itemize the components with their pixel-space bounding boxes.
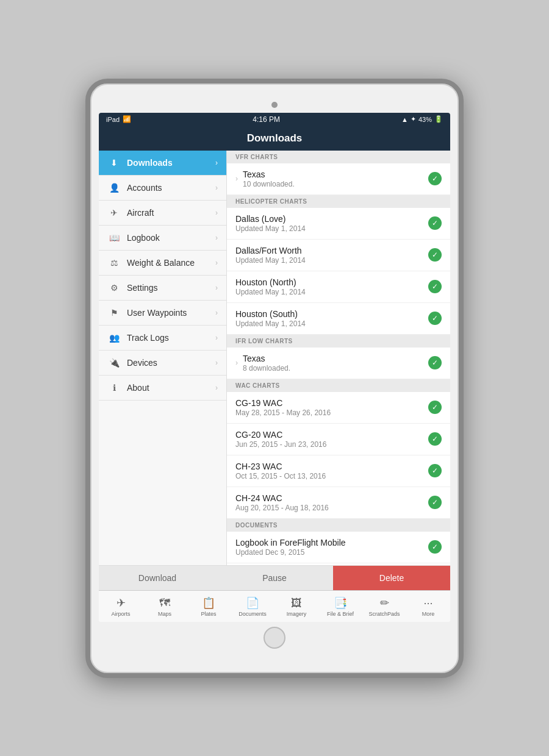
row-text: Texas 8 downloaded. [243, 354, 428, 373]
settings-icon: ⚙ [107, 283, 121, 293]
row-chevron-icon: › [235, 174, 238, 183]
row-cg19-wac[interactable]: CG-19 WAC May 28, 2015 - May 26, 2016 ✓ [227, 392, 450, 424]
documents-tab-icon: 📄 [246, 596, 259, 610]
sidebar-item-settings[interactable]: ⚙ Settings › [99, 276, 226, 301]
chevron-icon: › [215, 308, 218, 317]
sidebar-item-accounts[interactable]: 👤 Accounts › [99, 176, 226, 201]
bluetooth-icon: ✦ [411, 115, 416, 123]
delete-button[interactable]: Delete [333, 566, 450, 590]
sidebar-item-user-waypoints[interactable]: ⚑ User Waypoints › [99, 301, 226, 326]
row-text: Houston (South) Updated May 1, 2014 [235, 309, 428, 328]
row-dallas-fort-worth[interactable]: Dallas/Fort Worth Updated May 1, 2014 ✓ [227, 240, 450, 271]
check-icon: ✓ [428, 401, 442, 414]
chevron-icon: › [215, 284, 218, 292]
row-ch24-wac[interactable]: CH-24 WAC Aug 20, 2015 - Aug 18, 2016 ✓ [227, 487, 450, 519]
row-title: CH-24 WAC [235, 493, 428, 503]
row-subtitle: Updated May 1, 2014 [235, 319, 428, 328]
sidebar-item-downloads[interactable]: ⬇ Downloads › [99, 151, 226, 176]
row-texas-ifr[interactable]: › Texas 8 downloaded. ✓ [227, 348, 450, 379]
row-texas-vfr[interactable]: › Texas 10 downloaded. ✓ [227, 163, 450, 195]
chevron-icon: › [215, 209, 218, 217]
maps-tab-label: Maps [158, 611, 171, 617]
row-dallas-love[interactable]: Dallas (Love) Updated May 1, 2014 ✓ [227, 208, 450, 240]
row-subtitle: Updated May 1, 2014 [235, 288, 428, 296]
accounts-icon: 👤 [107, 183, 121, 193]
row-text: CH-23 WAC Oct 15, 2015 - Oct 13, 2016 [235, 462, 428, 480]
row-cg20-wac[interactable]: CG-20 WAC Jun 25, 2015 - Jun 23, 2016 ✓ [227, 424, 450, 455]
filebrief-tab-icon: 📑 [334, 596, 347, 610]
sidebar-item-logbook[interactable]: 📖 Logbook › [99, 226, 226, 251]
sidebar-item-devices[interactable]: 🔌 Devices › [99, 351, 226, 376]
sidebar-item-weight-balance[interactable]: ⚖ Weight & Balance › [99, 251, 226, 276]
status-time: 4:16 PM [253, 115, 280, 124]
section-helicopter-charts: HELICOPTER CHARTS [227, 195, 450, 208]
about-icon: ℹ [107, 383, 121, 393]
download-button[interactable]: Download [99, 566, 216, 590]
aircraft-icon: ✈ [107, 208, 121, 218]
waypoints-icon: ⚑ [107, 308, 121, 318]
main-layout: ⬇ Downloads › 👤 Accounts › ✈ Aircraft › … [99, 151, 450, 565]
row-chevron-icon: › [235, 358, 238, 367]
sidebar-label-aircraft: Aircraft [127, 208, 215, 218]
scratchpads-tab-label: ScratchPads [368, 611, 400, 617]
tab-scratchpads[interactable]: ✏ ScratchPads [362, 591, 406, 622]
tracklogs-icon: 👥 [107, 333, 121, 343]
chevron-icon: › [215, 159, 218, 167]
sidebar-label-devices: Devices [127, 358, 215, 368]
chevron-icon: › [215, 234, 218, 242]
row-logbook-foreflight[interactable]: Logbook in ForeFlight Mobile Updated Dec… [227, 532, 450, 563]
row-subtitle: Updated May 1, 2014 [235, 224, 428, 233]
section-documents: DOCUMENTS [227, 519, 450, 532]
sidebar-label-weight-balance: Weight & Balance [127, 258, 215, 268]
maps-tab-icon: 🗺 [159, 597, 170, 610]
row-subtitle: Updated Dec 9, 2015 [235, 548, 428, 557]
action-bar: Download Pause Delete [99, 565, 450, 590]
row-subtitle: 10 downloaded. [243, 180, 428, 188]
downloads-icon: ⬇ [107, 158, 121, 168]
row-subtitle: Oct 15, 2015 - Oct 13, 2016 [235, 472, 428, 480]
tablet-top-button [271, 102, 278, 108]
row-pilots-guide[interactable]: Pilot's Guide to ForeFlight Mobile Cover… [227, 563, 450, 565]
check-icon: ✓ [428, 496, 442, 509]
tab-documents[interactable]: 📄 Documents [231, 591, 274, 622]
tab-plates[interactable]: 📋 Plates [187, 591, 231, 622]
scratchpads-tab-icon: ✏ [380, 596, 389, 610]
check-icon: ✓ [428, 356, 442, 369]
location-icon: ▲ [401, 116, 408, 123]
row-text: CG-19 WAC May 28, 2015 - May 26, 2016 [235, 398, 428, 417]
check-icon: ✓ [428, 216, 442, 230]
section-vfr-charts: VFR CHARTS [227, 151, 450, 163]
sidebar-item-track-logs[interactable]: 👥 Track Logs › [99, 326, 226, 351]
section-wac-charts: WAC CHARTS [227, 379, 450, 392]
pause-button[interactable]: Pause [216, 566, 333, 590]
tab-maps[interactable]: 🗺 Maps [143, 591, 187, 622]
row-text: CH-24 WAC Aug 20, 2015 - Aug 18, 2016 [235, 493, 428, 512]
home-button[interactable] [264, 627, 285, 649]
row-ch23-wac[interactable]: CH-23 WAC Oct 15, 2015 - Oct 13, 2016 ✓ [227, 455, 450, 487]
sidebar-label-accounts: Accounts [127, 183, 215, 193]
tab-more[interactable]: ··· More [406, 591, 450, 622]
imagery-tab-icon: 🖼 [291, 597, 302, 610]
header-title: Downloads [247, 132, 303, 144]
row-subtitle: 8 downloaded. [243, 364, 428, 373]
tab-file-brief[interactable]: 📑 File & Brief [318, 591, 362, 622]
row-title: Houston (South) [235, 309, 428, 319]
chevron-icon: › [215, 333, 218, 342]
row-text: Dallas/Fort Worth Updated May 1, 2014 [235, 246, 428, 265]
sidebar: ⬇ Downloads › 👤 Accounts › ✈ Aircraft › … [99, 151, 227, 565]
row-houston-north[interactable]: Houston (North) Updated May 1, 2014 ✓ [227, 271, 450, 303]
app-header: Downloads [99, 126, 450, 151]
row-houston-south[interactable]: Houston (South) Updated May 1, 2014 ✓ [227, 303, 450, 335]
chevron-icon: › [215, 358, 218, 367]
sidebar-item-aircraft[interactable]: ✈ Aircraft › [99, 201, 226, 226]
row-title: Texas [243, 169, 428, 179]
tab-imagery[interactable]: 🖼 Imagery [274, 591, 318, 622]
status-bar: iPad 📶 4:16 PM ▲ ✦ 43% 🔋 [99, 113, 450, 126]
sidebar-item-about[interactable]: ℹ About › [99, 376, 226, 401]
row-title: Dallas (Love) [235, 214, 428, 224]
check-icon: ✓ [428, 280, 442, 293]
tab-airports[interactable]: ✈ Airports [99, 591, 143, 622]
plates-tab-label: Plates [201, 611, 216, 617]
check-icon: ✓ [428, 464, 442, 477]
documents-tab-label: Documents [239, 611, 267, 617]
